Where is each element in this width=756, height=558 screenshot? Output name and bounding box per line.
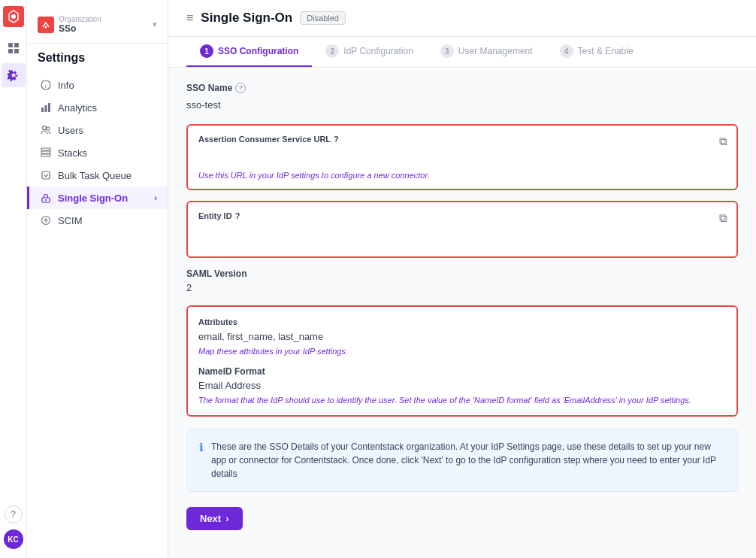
svg-rect-3 <box>14 43 19 47</box>
svg-rect-14 <box>41 154 50 156</box>
main-header: ≡ Single Sign-On Disabled <box>168 0 756 37</box>
sidebar-nav: i Info Analytics Users Stacks B <box>27 74 168 232</box>
sso-name-section: SSO Name ? sso-test <box>186 83 738 112</box>
sidebar-item-single-sign-on-label: Single Sign-On <box>58 193 128 204</box>
svg-point-6 <box>45 26 47 28</box>
org-name: SSo <box>59 23 148 34</box>
bulk-icon <box>40 169 52 181</box>
attributes-label: Attributes <box>198 317 726 326</box>
sidebar: Organization SSo ▾ Settings i Info Analy… <box>27 0 168 558</box>
svg-rect-11 <box>48 103 50 112</box>
svg-point-19 <box>45 199 47 201</box>
tab3-label: User Management <box>458 46 533 56</box>
icon-bar-grid[interactable] <box>2 36 26 60</box>
nameid-format-hint: The format that the IdP should use to id… <box>198 396 726 405</box>
svg-rect-15 <box>41 151 50 153</box>
svg-text:i: i <box>45 83 47 89</box>
tab-test-enable[interactable]: 4 Test & Enable <box>546 37 647 67</box>
svg-point-12 <box>43 126 47 130</box>
svg-rect-2 <box>8 43 13 47</box>
sidebar-item-analytics[interactable]: Analytics <box>27 96 168 119</box>
tabs-container: 1 SSO Configuration 2 IdP Configuration … <box>168 37 756 68</box>
sidebar-item-users-label: Users <box>58 125 83 136</box>
entity-id-copy-icon[interactable]: ⧉ <box>719 211 727 225</box>
info-box: ℹ These are the SSO Details of your Cont… <box>186 429 738 492</box>
attributes-value: email, first_name, last_name <box>198 331 726 342</box>
entity-id-help-icon[interactable]: ? <box>235 211 240 220</box>
page-title: Single Sign-On <box>201 11 292 26</box>
icon-bar-bottom: ? KC <box>4 505 23 549</box>
scim-icon <box>40 214 52 226</box>
sidebar-item-stacks[interactable]: Stacks <box>27 141 168 164</box>
stacks-icon <box>40 147 52 159</box>
next-button[interactable]: Next › <box>186 507 243 530</box>
icon-bar: ? KC <box>0 0 27 558</box>
analytics-icon <box>40 102 52 114</box>
tab2-num: 2 <box>325 44 339 58</box>
saml-version-label: SAML Version <box>186 268 738 279</box>
help-button[interactable]: ? <box>5 505 23 523</box>
org-label: Organization <box>59 15 148 23</box>
svg-point-13 <box>47 127 50 130</box>
entity-id-value <box>198 226 726 247</box>
next-button-arrow: › <box>225 513 228 524</box>
acs-url-hint: Use this URL in your IdP settings to con… <box>198 171 726 180</box>
svg-rect-9 <box>41 108 44 112</box>
acs-url-value <box>198 150 726 165</box>
tab3-num: 3 <box>440 44 454 58</box>
status-badge: Disabled <box>300 11 346 25</box>
sidebar-item-scim-label: SCIM <box>58 215 83 226</box>
org-chevron: ▾ <box>153 20 157 29</box>
sidebar-item-bulk-task-queue-label: Bulk Task Queue <box>58 170 132 181</box>
saml-version-section: SAML Version 2 <box>186 268 738 293</box>
acs-url-copy-icon[interactable]: ⧉ <box>719 135 727 148</box>
sidebar-item-analytics-label: Analytics <box>58 102 97 114</box>
svg-rect-4 <box>8 49 13 53</box>
acs-url-label: Assertion Consumer Service URL ? <box>198 135 726 144</box>
acs-url-help-icon[interactable]: ? <box>334 135 339 144</box>
sidebar-item-single-sign-on[interactable]: Single Sign-On › <box>27 187 168 209</box>
user-avatar[interactable]: KC <box>4 529 23 549</box>
svg-rect-16 <box>41 148 50 150</box>
info-box-text: These are the SSO Details of your Conten… <box>211 440 725 481</box>
tab1-num: 1 <box>200 44 213 58</box>
sidebar-item-scim[interactable]: SCIM <box>27 209 168 232</box>
tab-idp-configuration[interactable]: 2 IdP Configuration <box>312 37 427 67</box>
sso-chevron: › <box>154 193 157 202</box>
entity-id-box: Entity ID ? ⧉ <box>186 201 738 258</box>
icon-bar-settings[interactable] <box>2 63 26 87</box>
entity-id-label: Entity ID ? <box>198 211 726 220</box>
tab-sso-configuration[interactable]: 1 SSO Configuration <box>186 37 312 67</box>
org-selector[interactable]: Organization SSo ▾ <box>27 12 168 44</box>
sso-name-label: SSO Name ? <box>186 83 738 93</box>
sso-name-help-icon[interactable]: ? <box>235 83 246 93</box>
info-box-icon: ℹ <box>199 441 204 481</box>
next-button-label: Next <box>200 513 221 524</box>
tab1-label: SSO Configuration <box>218 46 298 56</box>
org-icon <box>38 17 54 33</box>
svg-rect-10 <box>45 105 47 112</box>
sidebar-item-stacks-label: Stacks <box>58 147 87 159</box>
org-info: Organization SSo <box>59 15 148 34</box>
sidebar-item-info-label: Info <box>58 80 74 91</box>
nameid-format-label: NameID Format <box>198 366 726 377</box>
tab4-label: Test & Enable <box>578 46 634 56</box>
sidebar-title: Settings <box>27 51 168 74</box>
tab-user-management[interactable]: 3 User Management <box>427 37 546 67</box>
app-logo <box>3 6 24 27</box>
header-menu-icon: ≡ <box>186 11 193 25</box>
svg-point-1 <box>11 14 16 19</box>
main-content: ≡ Single Sign-On Disabled 1 SSO Configur… <box>168 0 756 558</box>
sidebar-item-bulk-task-queue[interactable]: Bulk Task Queue <box>27 164 168 187</box>
sidebar-item-users[interactable]: Users <box>27 119 168 141</box>
nameid-format-value: Email Address <box>198 380 726 391</box>
sso-icon <box>40 192 52 204</box>
sidebar-item-info[interactable]: i Info <box>27 74 168 96</box>
attributes-hint: Map these attributes in your IdP setting… <box>198 347 726 356</box>
acs-url-box: Assertion Consumer Service URL ? ⧉ Use t… <box>186 124 738 190</box>
info-icon: i <box>40 79 52 91</box>
svg-rect-17 <box>42 171 50 179</box>
content-area: SSO Name ? sso-test Assertion Consumer S… <box>168 68 756 558</box>
saml-version-value: 2 <box>186 282 738 293</box>
attributes-box: Attributes email, first_name, last_name … <box>186 305 738 417</box>
